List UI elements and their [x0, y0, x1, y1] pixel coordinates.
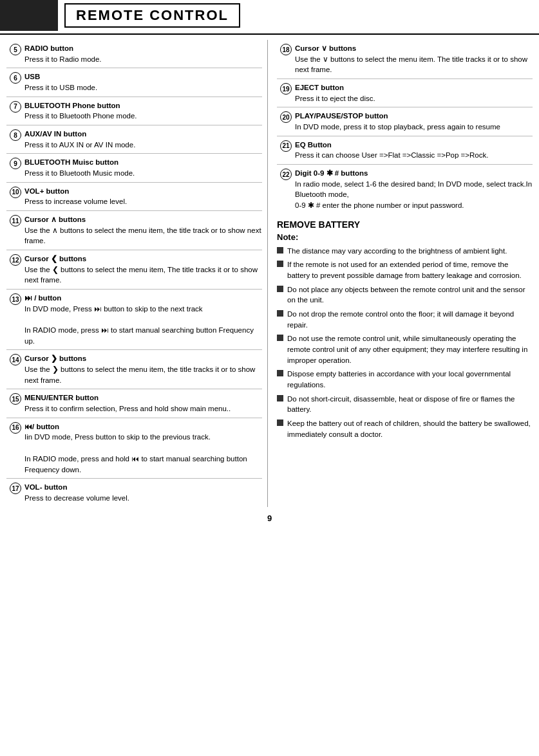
item-title: Cursor ∧ buttons: [24, 214, 262, 225]
item-number: 19: [277, 82, 295, 95]
item-desc: Press it to AUX IN or AV IN mode.: [24, 140, 262, 151]
item-title: Cursor ❯ buttons: [24, 353, 262, 364]
item-circle: 16: [10, 422, 21, 434]
left-item-row: 10VOL+ buttonPress to increase volume le…: [6, 183, 262, 211]
header-black-box: [0, 0, 58, 31]
note-text: Do not place any objects between the rem…: [287, 284, 533, 306]
left-column: 5RADIO buttonPress it to Radio mode.6USB…: [6, 40, 268, 507]
right-item-row: 21EQ ButtonPress it can choose User =>Fl…: [277, 136, 533, 165]
item-circle: 14: [10, 354, 21, 365]
page-title: REMOTE CONTROL: [64, 3, 240, 28]
item-number: 15: [6, 392, 24, 405]
item-number: 14: [6, 353, 24, 365]
item-circle: 12: [10, 254, 21, 266]
note-text: If the remote is not used for an extende…: [287, 259, 533, 281]
item-text: ⏮/ buttonIin DVD mode, Press button to s…: [24, 421, 262, 475]
item-desc: In DVD mode, Press ⏭ button to skip to t…: [24, 304, 262, 347]
item-desc: Press it to Radio mode.: [24, 54, 262, 65]
item-desc: Press it to Bluetooth Music mode.: [24, 168, 262, 179]
note-list-item: Keep the battery out of reach of childre…: [277, 418, 533, 439]
item-circle: 18: [280, 44, 292, 55]
left-item-row: 11Cursor ∧ buttonsUse the ∧ buttons to s…: [6, 211, 262, 250]
bullet-icon: [277, 261, 283, 267]
item-circle: 19: [280, 83, 292, 95]
item-title: RADIO button: [24, 43, 262, 54]
item-number: 18: [277, 43, 295, 55]
note-list-item: Dispose empty batteries in accordance wi…: [277, 369, 533, 390]
left-item-row: 8AUX/AV IN buttonPress it to AUX IN or A…: [6, 125, 262, 154]
left-item-row: 14Cursor ❯ buttonsUse the ❯ buttons to s…: [6, 350, 262, 389]
item-desc: Use the ❮ buttons to select the menu ite…: [24, 264, 262, 286]
right-column: 18Cursor ∨ buttonsUse the ∨ buttons to s…: [274, 40, 533, 507]
note-list: The distance may vary according to the b…: [277, 246, 533, 440]
item-desc: Press to decrease volume level.: [24, 493, 262, 504]
item-number: 20: [277, 111, 295, 123]
item-number: 8: [6, 129, 24, 141]
note-title: Note:: [277, 232, 533, 242]
item-desc: Press it can choose User =>Flat =>Classi…: [295, 150, 533, 161]
note-text: Do not short-circuit, disassemble, heat …: [287, 394, 533, 415]
right-item-row: 18Cursor ∨ buttonsUse the ∨ buttons to s…: [277, 40, 533, 79]
bullet-icon: [277, 286, 283, 292]
right-item-row: 19EJECT buttonPress it to eject the disc…: [277, 79, 533, 107]
item-title: Digit 0-9 ✱ # buttons: [295, 168, 533, 179]
item-number: 21: [277, 140, 295, 152]
item-circle: 7: [10, 101, 21, 113]
item-text: RADIO buttonPress it to Radio mode.: [24, 43, 262, 64]
item-text: Cursor ❯ buttonsUse the ❯ buttons to sel…: [24, 353, 262, 385]
item-circle: 17: [10, 483, 21, 494]
item-title: ⏭ / button: [24, 293, 262, 304]
note-text: Dispose empty batteries in accordance wi…: [287, 369, 533, 390]
remove-battery-title: REMOVE BATTERY: [277, 219, 533, 230]
left-item-row: 17VOL- buttonPress to decrease volume le…: [6, 479, 262, 506]
item-text: USBPress it to USB mode.: [24, 71, 262, 93]
bullet-icon: [277, 335, 283, 341]
note-list-item: Do not short-circuit, disassemble, heat …: [277, 394, 533, 415]
item-circle: 10: [10, 187, 21, 198]
note-list-item: Do not drop the remote control onto the …: [277, 309, 533, 330]
item-number: 13: [6, 293, 24, 305]
item-circle: 21: [280, 140, 292, 152]
item-title: EQ Button: [295, 140, 533, 151]
note-text: Keep the battery out of reach of childre…: [287, 418, 533, 439]
bullet-icon: [277, 370, 283, 376]
left-item-row: 13⏭ / buttonIn DVD mode, Press ⏭ button …: [6, 290, 262, 350]
item-number: 6: [6, 71, 24, 84]
item-title: USB: [24, 71, 262, 82]
item-text: MENU/ENTER buttonPress it to confirm sel…: [24, 392, 262, 414]
right-item-row: 20PLAY/PAUSE/STOP buttonIn DVD mode, pre…: [277, 107, 533, 136]
page-number: 9: [0, 507, 539, 526]
item-circle: 5: [10, 44, 21, 55]
item-text: BLUETOOTH Phone buttonPress it to Blueto…: [24, 100, 262, 122]
item-circle: 8: [10, 129, 21, 141]
note-text: Do not use the remote control unit, whil…: [287, 333, 533, 365]
item-text: EQ ButtonPress it can choose User =>Flat…: [295, 140, 533, 161]
left-item-row: 5RADIO buttonPress it to Radio mode.: [6, 40, 262, 68]
item-title: PLAY/PAUSE/STOP button: [295, 111, 533, 122]
left-item-row: 12Cursor ❮ buttonsUse the ❮ buttons to s…: [6, 250, 262, 290]
bullet-icon: [277, 395, 283, 401]
remove-battery-section: REMOVE BATTERY Note: The distance may va…: [277, 214, 533, 446]
item-title: VOL- button: [24, 482, 262, 493]
item-circle: 6: [10, 72, 21, 84]
item-desc: Iin DVD mode, Press button to skip to th…: [24, 432, 262, 475]
item-title: AUX/AV IN button: [24, 129, 262, 140]
item-text: Cursor ∨ buttonsUse the ∨ buttons to sel…: [295, 43, 533, 75]
left-item-row: 16⏮/ buttonIin DVD mode, Press button to…: [6, 418, 262, 479]
item-text: PLAY/PAUSE/STOP buttonIn DVD mode, press…: [295, 111, 533, 132]
item-number: 11: [6, 214, 24, 226]
item-circle: 11: [10, 215, 21, 226]
bullet-icon: [277, 310, 283, 317]
item-circle: 15: [10, 393, 21, 405]
bullet-icon: [277, 247, 283, 254]
item-desc: Press it to USB mode.: [24, 82, 262, 93]
item-number: 17: [6, 482, 24, 494]
left-item-row: 15MENU/ENTER buttonPress it to confirm s…: [6, 389, 262, 418]
item-desc: Press it to confirm selection, Press and…: [24, 403, 262, 414]
item-text: AUX/AV IN buttonPress it to AUX IN or AV…: [24, 129, 262, 150]
item-text: VOL+ buttonPress to increase volume leve…: [24, 186, 262, 207]
item-title: BLUETOOTH Phone button: [24, 100, 262, 111]
left-item-row: 7BLUETOOTH Phone buttonPress it to Bluet…: [6, 97, 262, 125]
item-number: 22: [277, 168, 295, 180]
item-circle: 22: [280, 169, 292, 180]
